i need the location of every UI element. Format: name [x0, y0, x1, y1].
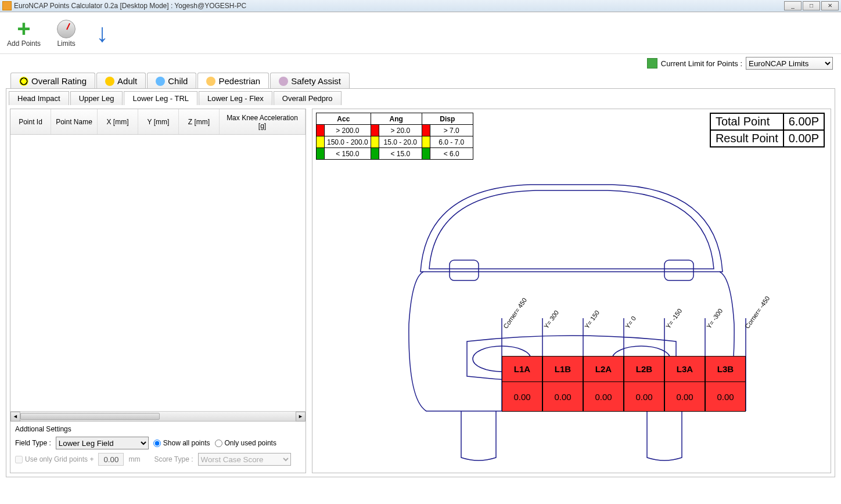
legend-h-acc: Acc [317, 113, 371, 125]
tab-label: Pedestrian [218, 76, 260, 86]
grid-header: Point Id Point Name X [mm] Y [mm] Z [mm]… [10, 109, 306, 135]
bumper-cell[interactable]: L2B0.00 [624, 356, 664, 412]
col-z: Z [mm] [179, 109, 220, 134]
scroll-right-icon[interactable]: ► [296, 412, 306, 422]
score-type-select: Worst Case Score [198, 453, 291, 466]
legend-h-disp: Disp [422, 113, 473, 125]
window-title: EuroNCAP Points Calculator 0.2a [Desktop… [14, 2, 784, 10]
arrow-down-icon: ↓ [92, 23, 113, 44]
legend-h-ang: Ang [371, 113, 422, 125]
result-table: Total Point6.00P Result Point0.00P [710, 113, 825, 147]
settings-title: Addtional Settings [15, 425, 301, 433]
tab-label: Overall Rating [31, 76, 87, 86]
tab-label: Child [168, 76, 188, 86]
sub-tabs: Head Impact Upper Leg Lower Leg - TRL Lo… [6, 89, 835, 105]
tab-label: Safety Assist [291, 76, 341, 86]
add-points-button[interactable]: + Add Points [5, 16, 43, 50]
app-icon [2, 1, 12, 10]
additional-settings: Addtional Settings Field Type : Lower Le… [10, 421, 306, 473]
scroll-thumb[interactable] [20, 413, 160, 420]
child-icon [156, 77, 165, 86]
overall-rating-icon [19, 77, 28, 86]
tab-label: Adult [117, 76, 137, 86]
bumper-cell[interactable]: L3B0.00 [705, 356, 746, 412]
svg-rect-1 [664, 260, 693, 280]
tab-child[interactable]: Child [147, 73, 196, 88]
minimize-button[interactable]: _ [784, 1, 802, 10]
limits-button[interactable]: Limits [53, 16, 79, 50]
col-x: X [mm] [98, 109, 138, 134]
bumper-cell[interactable]: L1A0.00 [502, 356, 542, 412]
plus-icon: + [13, 19, 34, 39]
grid-mm-input [98, 453, 124, 466]
result-point-value: 0.00P [784, 130, 824, 147]
close-button[interactable]: ✕ [821, 1, 839, 10]
svg-rect-0 [450, 260, 479, 280]
scroll-left-icon[interactable]: ◄ [10, 412, 20, 422]
total-point-label: Total Point [710, 113, 784, 130]
field-type-label: Field Type : [15, 439, 51, 447]
limits-label: Limits [57, 39, 75, 48]
tab-safety-assist[interactable]: Safety Assist [270, 73, 350, 88]
tab-overall-rating[interactable]: Overall Rating [10, 73, 95, 88]
main-tabs: Overall Rating Adult Child Pedestrian Sa… [10, 73, 841, 88]
swatch-red [422, 125, 430, 136]
swatch-green [422, 148, 430, 160]
pedestrian-icon [206, 77, 215, 86]
show-all-radio[interactable]: Show all points [153, 439, 210, 447]
swatch-yellow [422, 136, 430, 148]
tab-pedestrian[interactable]: Pedestrian [197, 73, 269, 88]
subtab-overall-pedpro[interactable]: Overall Pedpro [274, 91, 342, 105]
only-used-radio[interactable]: Only used points [215, 439, 276, 447]
toolbar: + Add Points Limits ↓ [0, 12, 841, 54]
swatch-red [317, 125, 325, 136]
dial-icon [56, 19, 77, 39]
limits-bar: Current Limit for Points : EuroNCAP Limi… [0, 54, 841, 73]
points-table-pane: Point Id Point Name X [mm] Y [mm] Z [mm]… [10, 109, 306, 473]
titlebar: EuroNCAP Points Calculator 0.2a [Desktop… [0, 0, 841, 12]
mm-unit: mm [128, 455, 140, 463]
swatch-yellow [317, 136, 325, 148]
content-row: Point Id Point Name X [mm] Y [mm] Z [mm]… [6, 105, 835, 477]
maximize-button[interactable]: □ [803, 1, 820, 10]
subtab-lower-leg-flex[interactable]: Lower Leg - Flex [199, 91, 272, 105]
main-panel: Head Impact Upper Leg Lower Leg - TRL Lo… [6, 88, 835, 477]
total-point-value: 6.00P [784, 113, 824, 130]
grid-body[interactable] [10, 135, 306, 411]
use-grid-checkbox[interactable]: Use only Grid points + [15, 455, 94, 463]
subtab-lower-leg-trl[interactable]: Lower Leg - TRL [124, 91, 197, 105]
subtab-head-impact[interactable]: Head Impact [9, 91, 69, 105]
window-controls: _ □ ✕ [784, 1, 839, 10]
swatch-red [371, 125, 379, 136]
adult-icon [105, 77, 114, 86]
horizontal-scrollbar[interactable]: ◄ ► [10, 411, 306, 421]
visualization-pane: AccAngDisp > 200.0 > 20.0 > 7.0 150.0 - … [312, 109, 831, 473]
add-points-label: Add Points [7, 39, 41, 48]
subtab-upper-leg[interactable]: Upper Leg [70, 91, 123, 105]
col-max-knee-accel: Max Knee Acceleration [g] [220, 109, 306, 134]
limits-bar-icon [647, 58, 657, 69]
download-button[interactable]: ↓ [89, 20, 115, 46]
col-y: Y [mm] [138, 109, 179, 134]
bumper-grid: L1A0.00 L1B0.00 L2A0.00 L2B0.00 L3A0.00 … [502, 356, 746, 412]
limits-bar-label: Current Limit for Points : [661, 59, 742, 68]
limits-select[interactable]: EuroNCAP Limits [746, 57, 833, 70]
col-point-id: Point Id [10, 109, 51, 134]
swatch-green [371, 148, 379, 160]
bumper-cell[interactable]: L1B0.00 [542, 356, 583, 412]
bumper-cell[interactable]: L3A0.00 [664, 356, 705, 412]
legend-table: AccAngDisp > 200.0 > 20.0 > 7.0 150.0 - … [316, 113, 473, 160]
swatch-yellow [371, 136, 379, 148]
bumper-cell[interactable]: L2A0.00 [583, 356, 624, 412]
car-svg [391, 179, 752, 463]
safety-assist-icon [279, 77, 288, 86]
car-diagram: Corner= 450 Y= 300 Y= 150 Y= 0 Y= -150 Y… [391, 179, 752, 463]
field-type-select[interactable]: Lower Leg Field [56, 437, 149, 449]
tab-adult[interactable]: Adult [96, 73, 146, 88]
score-type-label: Score Type : [154, 455, 193, 463]
swatch-green [317, 148, 325, 160]
col-point-name: Point Name [51, 109, 98, 134]
result-point-label: Result Point [710, 130, 784, 147]
